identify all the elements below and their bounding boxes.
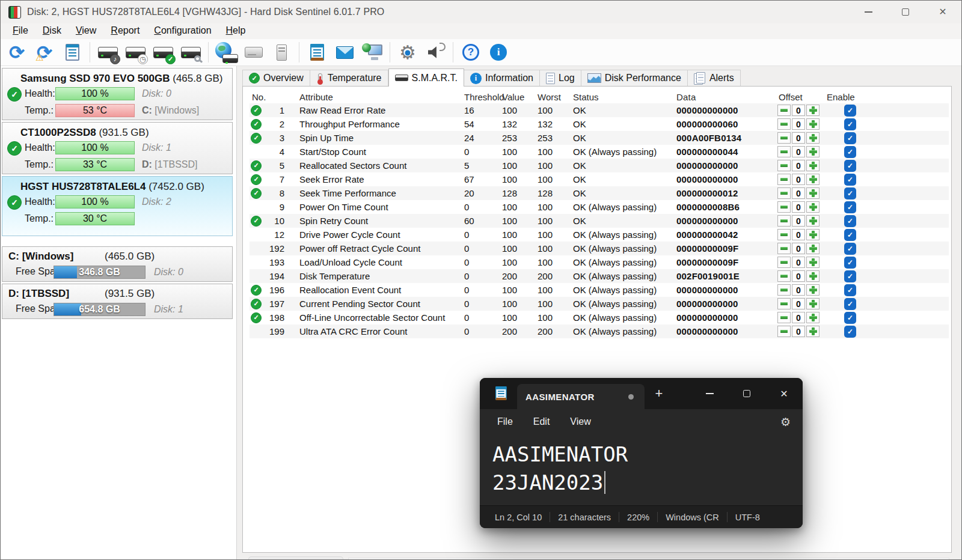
smart-table-row[interactable]: ✓199 Ultra ATA CRC Error Count 0 200 200… — [250, 324, 949, 338]
offset-increase-button[interactable] — [806, 187, 820, 199]
sound-button[interactable] — [421, 40, 449, 64]
volume-panel-c[interactable]: C: [Windows] (465.0 GB) Free Space 346.8… — [2, 246, 233, 282]
col-threshold[interactable]: Threshold — [462, 92, 500, 102]
menu-view[interactable]: View — [69, 25, 103, 38]
enable-checkbox[interactable]: ✓ — [844, 257, 856, 269]
send-mail-button[interactable] — [331, 40, 358, 64]
col-enable[interactable]: Enable — [826, 92, 869, 102]
menu-help[interactable]: Help — [219, 25, 253, 38]
offset-value[interactable]: 0 — [792, 187, 805, 199]
offset-decrease-button[interactable] — [777, 146, 791, 157]
disk-clock-button[interactable]: ◷ — [121, 40, 149, 64]
notepad-close-button[interactable]: ✕ — [765, 378, 803, 409]
offset-value[interactable]: 0 — [792, 257, 805, 268]
line-ending-status[interactable]: Windows (CR — [658, 513, 727, 522]
offset-value[interactable]: 0 — [792, 215, 805, 227]
offset-value[interactable]: 0 — [792, 284, 805, 296]
help-button[interactable]: ? — [457, 40, 485, 64]
menu-report[interactable]: Report — [103, 25, 147, 38]
tab-information[interactable]: iInformation — [464, 70, 540, 87]
offset-decrease-button[interactable] — [777, 257, 791, 268]
enable-checkbox[interactable]: ✓ — [844, 160, 856, 172]
offset-increase-button[interactable] — [806, 284, 820, 296]
enable-checkbox[interactable]: ✓ — [844, 174, 856, 186]
offset-decrease-button[interactable] — [777, 118, 791, 130]
enable-checkbox[interactable]: ✓ — [844, 105, 856, 117]
offset-decrease-button[interactable] — [777, 284, 791, 296]
enable-checkbox[interactable]: ✓ — [844, 118, 856, 130]
smart-table-row[interactable]: ✓4 Start/Stop Count 0 100 100 OK (Always… — [250, 145, 949, 159]
offset-value[interactable]: 0 — [792, 298, 805, 309]
tab-temperature[interactable]: Temperature — [310, 70, 388, 87]
offset-increase-button[interactable] — [806, 326, 820, 337]
smart-table-row[interactable]: ✓7 Seek Error Rate 67 100 100 OK 0000000… — [250, 172, 949, 186]
offset-increase-button[interactable] — [806, 160, 820, 171]
network-monitor-button[interactable] — [358, 40, 386, 64]
maximize-button[interactable] — [887, 1, 924, 23]
offset-decrease-button[interactable] — [777, 298, 791, 309]
offset-increase-button[interactable] — [806, 270, 820, 282]
smart-table-row[interactable]: ✓2 Throughput Performance 54 132 132 OK … — [250, 117, 949, 131]
offset-increase-button[interactable] — [806, 105, 820, 116]
tab-log[interactable]: Log — [540, 70, 581, 87]
smart-table-row[interactable]: ✓12 Drive Power Cycle Count 0 100 100 OK… — [250, 228, 949, 242]
offset-decrease-button[interactable] — [777, 160, 791, 171]
offset-decrease-button[interactable] — [777, 243, 791, 254]
col-worst[interactable]: Worst — [536, 92, 571, 102]
offset-increase-button[interactable] — [806, 257, 820, 268]
menu-disk[interactable]: Disk — [35, 25, 69, 38]
notepad-menu-file[interactable]: File — [487, 416, 523, 427]
smart-table-row[interactable]: ✓194 Disk Temperature 0 200 200 OK (Alwa… — [250, 269, 949, 283]
zoom-level-status[interactable]: 220% — [619, 513, 657, 522]
disk-tower-button[interactable] — [268, 40, 295, 64]
enable-checkbox[interactable]: ✓ — [844, 312, 856, 324]
settings-button[interactable]: ⚙ — [394, 40, 421, 64]
smart-table-row[interactable]: ✓198 Off-Line Uncorrectable Sector Count… — [250, 311, 949, 324]
enable-checkbox[interactable]: ✓ — [844, 187, 856, 199]
offset-value[interactable]: 0 — [792, 326, 805, 337]
offset-increase-button[interactable] — [806, 215, 820, 227]
col-data[interactable]: Data — [675, 92, 777, 102]
col-value[interactable]: Value — [500, 92, 536, 102]
enable-checkbox[interactable]: ✓ — [844, 270, 856, 282]
offset-decrease-button[interactable] — [777, 174, 791, 185]
tab-disk-performance[interactable]: Disk Performance — [581, 70, 688, 87]
smart-table-row[interactable]: ✓1 Raw Read Error Rate 16 100 100 OK 000… — [250, 103, 949, 117]
enable-checkbox[interactable]: ✓ — [844, 243, 856, 255]
volume-panel-d[interactable]: D: [1TBSSD] (931.5 GB) Free Space 654.8 … — [2, 284, 233, 319]
tab-alerts[interactable]: Alerts — [688, 70, 741, 87]
enable-checkbox[interactable]: ✓ — [844, 146, 856, 158]
offset-decrease-button[interactable] — [777, 215, 791, 227]
network-disk-button[interactable] — [212, 40, 240, 64]
enable-checkbox[interactable]: ✓ — [844, 215, 856, 227]
offset-value[interactable]: 0 — [792, 243, 805, 254]
enable-checkbox[interactable]: ✓ — [844, 132, 856, 144]
offset-decrease-button[interactable] — [777, 187, 791, 199]
enable-checkbox[interactable]: ✓ — [844, 284, 856, 296]
enable-checkbox[interactable]: ✓ — [844, 201, 856, 213]
offset-increase-button[interactable] — [806, 118, 820, 130]
notepad-menu-view[interactable]: View — [560, 416, 601, 427]
offset-value[interactable]: 0 — [792, 270, 805, 282]
about-button[interactable]: i — [485, 40, 512, 64]
close-button[interactable]: ✕ — [924, 1, 961, 23]
refresh-button[interactable]: ⟳ — [3, 40, 31, 64]
offset-increase-button[interactable] — [806, 298, 820, 309]
disk-offline-button[interactable] — [240, 40, 268, 64]
col-offset[interactable]: Offset — [777, 92, 826, 102]
disk-status-button[interactable] — [58, 40, 86, 64]
offset-value[interactable]: 0 — [792, 312, 805, 323]
smart-table-row[interactable]: ✓9 Power On Time Count 0 100 100 OK (Alw… — [250, 200, 949, 214]
col-status[interactable]: Status — [571, 92, 675, 102]
offset-decrease-button[interactable] — [777, 132, 791, 144]
offset-decrease-button[interactable] — [777, 270, 791, 282]
smart-table-row[interactable]: ✓5 Reallocated Sectors Count 5 100 100 O… — [250, 159, 949, 172]
offset-value[interactable]: 0 — [792, 146, 805, 157]
smart-table-row[interactable]: ✓196 Reallocation Event Count 0 100 100 … — [250, 283, 949, 297]
report-button[interactable] — [303, 40, 331, 64]
offset-decrease-button[interactable] — [777, 326, 791, 337]
menu-file[interactable]: File — [5, 25, 35, 38]
offset-decrease-button[interactable] — [777, 201, 791, 213]
disk-panel-crucial[interactable]: CT1000P2SSD8 (931.5 GB) ✓ Health: 100 % … — [2, 122, 233, 174]
offset-increase-button[interactable] — [806, 312, 820, 323]
